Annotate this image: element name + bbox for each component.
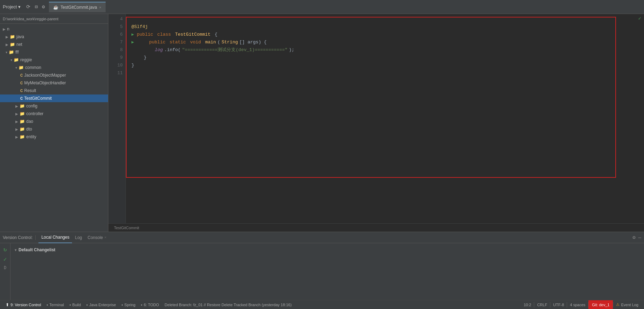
vc-tab-log[interactable]: Log <box>72 232 85 243</box>
tab-testgitcommit[interactable]: ☕ TestGitCommit.java × <box>49 2 105 12</box>
status-indent-label: 4 spaces <box>570 303 585 307</box>
vc-settings-icon[interactable]: ⚙ <box>632 234 635 240</box>
settings-icon[interactable]: ⚙ <box>42 4 45 10</box>
tree-arrow-fff: ▾ <box>6 50 7 54</box>
run-arrow-7[interactable]: ▶ <box>131 38 134 46</box>
code-token: } <box>144 54 146 62</box>
tree-label-n: n <box>7 27 9 31</box>
vc-minimize-icon[interactable]: — <box>638 235 641 240</box>
status-position[interactable]: 10:2 <box>521 300 534 309</box>
status-todo[interactable]: ▪ 6: TODO <box>138 300 162 309</box>
vc-diff-icon[interactable]: D <box>4 266 6 271</box>
run-arrow-6[interactable]: ▶ <box>131 31 134 38</box>
vc-tab-console[interactable]: Console × <box>85 232 109 243</box>
status-terminal-label: Terminal <box>49 303 64 307</box>
sidebar-header: D:\work\idea_work\reggie-parent <box>0 14 108 24</box>
code-token: void <box>190 38 204 46</box>
vc-tab-local-changes[interactable]: Local Changes <box>38 232 72 243</box>
tree-item-config[interactable]: ▶ 📁 config <box>0 102 108 110</box>
project-title: Project <box>3 4 17 9</box>
tree-item-reggie[interactable]: ▾ 📁 reggie <box>0 56 108 64</box>
folder-icon-entity: 📁 <box>20 134 25 139</box>
tree-item-common[interactable]: ▾ 📁 common <box>0 64 108 71</box>
editor-content[interactable]: 4 5 6 7 8 9 10 11 @Slf4j ▶ pu <box>108 14 644 223</box>
status-build[interactable]: ▪ Build <box>67 300 84 309</box>
vc-tab-console-label: Console <box>87 235 103 240</box>
status-line-ending[interactable]: CRLF <box>534 300 550 309</box>
tree-label-result: Result <box>24 88 36 93</box>
tree-arrow-dto: ▶ <box>15 127 18 131</box>
todo-icon: ▪ <box>141 303 142 307</box>
event-icon: ⚠ <box>616 302 620 307</box>
project-label[interactable]: Project ▾ <box>3 4 21 9</box>
tab-close-icon[interactable]: × <box>99 5 101 9</box>
tree-item-testgitcommit[interactable]: C TestGitCommit <box>0 94 108 102</box>
tree-arrow-net: ▶ <box>6 43 8 47</box>
folder-icon-common: 📁 <box>19 65 24 70</box>
tree-item-java[interactable]: ▶ 📁 java <box>0 33 108 41</box>
tree-label-config: config <box>26 104 37 108</box>
tree-label-common: common <box>25 65 41 70</box>
main-area: D:\work\idea_work\reggie-parent ▶ n ▶ 📁 … <box>0 14 644 232</box>
tree-label-entity: entity <box>26 134 36 139</box>
tree-item-result[interactable]: C Result <box>0 87 108 94</box>
folder-icon-reggie: 📁 <box>14 57 19 62</box>
java-icon-mymeta: C <box>20 81 23 85</box>
code-line-6: ▶ public class TestGitCommit { <box>131 31 638 38</box>
tree-item-net[interactable]: ▶ 📁 net <box>0 41 108 48</box>
spring-icon: ▪ <box>122 303 123 307</box>
tree-item-entity[interactable]: ▶ 📁 entity <box>0 133 108 141</box>
changelist-header[interactable]: ▾ Default Changelist <box>15 246 640 254</box>
git-branch-button[interactable]: Git: dev_1 <box>588 300 613 309</box>
tree-item-controller[interactable]: ▶ 📁 controller <box>0 110 108 118</box>
status-left: ⬆ 9: Version Control ▪ Terminal ▪ Build … <box>3 300 162 309</box>
folder-icon-fff: 📁 <box>9 50 14 55</box>
editor-area: 4 5 6 7 8 9 10 11 @Slf4j ▶ pu <box>108 14 644 232</box>
tree-item-dao[interactable]: ▶ 📁 dao <box>0 118 108 125</box>
code-token: } <box>131 62 134 69</box>
line-num-4: 4 <box>108 15 123 23</box>
status-terminal[interactable]: ▪ Terminal <box>44 300 66 309</box>
folder-icon-config: 📁 <box>20 104 25 108</box>
status-event-log[interactable]: ⚠ Event Log <box>613 300 641 309</box>
sync-icon[interactable]: ⟳ <box>26 4 30 10</box>
tree-item-mymeta[interactable]: C MyMetaObjectHandler <box>0 79 108 87</box>
sidebar-tree[interactable]: ▶ n ▶ 📁 java ▶ 📁 net ▾ 📁 fff <box>0 24 108 232</box>
status-encoding[interactable]: UTF-8 <box>550 300 567 309</box>
code-token: public <box>149 38 168 46</box>
code-token: ( <box>217 38 220 46</box>
tree-item-n[interactable]: ▶ n <box>0 25 108 33</box>
vc-refresh-icon[interactable]: ↻ <box>3 246 7 253</box>
vc-content: ↻ ✓ D ▾ Default Changelist <box>0 243 644 300</box>
tree-item-jackson[interactable]: C JacksonObjectMapper <box>0 71 108 79</box>
code-line-7: ▶ public static void main ( String [] ar… <box>131 38 638 46</box>
code-editor[interactable]: @Slf4j ▶ public class TestGitCommit { ▶ … <box>126 14 644 223</box>
tree-arrow-dao: ▶ <box>15 120 18 124</box>
status-java-enterprise[interactable]: ▪ Java Enterprise <box>84 300 119 309</box>
enterprise-icon: ▪ <box>86 303 88 307</box>
vc-panel: Version Control: Local Changes Log Conso… <box>0 232 644 300</box>
tree-arrow-config: ▶ <box>15 104 18 108</box>
code-token: "============测试分支(dev_1)===========" <box>182 46 288 54</box>
tree-item-dto[interactable]: ▶ 📁 dto <box>0 125 108 133</box>
tree-arrow-controller: ▶ <box>15 112 18 116</box>
code-line-8: log .info( "============测试分支(dev_1)=====… <box>131 46 638 54</box>
vc-sidebar: ↻ ✓ D <box>0 243 10 300</box>
status-spring-label: Spring <box>124 303 136 307</box>
status-indent[interactable]: 4 spaces <box>567 300 588 309</box>
status-spring[interactable]: ▪ Spring <box>119 300 138 309</box>
tree-arrow-common: ▾ <box>15 66 17 70</box>
tree-item-fff[interactable]: ▾ 📁 fff <box>0 48 108 56</box>
tree-arrow-n: ▶ <box>3 27 6 31</box>
code-token: ); <box>289 46 294 54</box>
code-token: main <box>205 38 216 46</box>
code-token: class <box>157 31 174 38</box>
vc-checkmark-icon[interactable]: ✓ <box>3 256 7 263</box>
tree-label-reggie: reggie <box>20 57 32 62</box>
status-version-control[interactable]: ⬆ 9: Version Control <box>3 300 44 309</box>
vc-tab-console-close[interactable]: × <box>105 236 107 239</box>
project-path: D:\work\idea_work\reggie-parent <box>3 17 58 21</box>
line-num-6: 6 <box>108 31 123 38</box>
layout-icon[interactable]: ⊟ <box>35 4 37 10</box>
java-icon-jackson: C <box>20 73 23 77</box>
